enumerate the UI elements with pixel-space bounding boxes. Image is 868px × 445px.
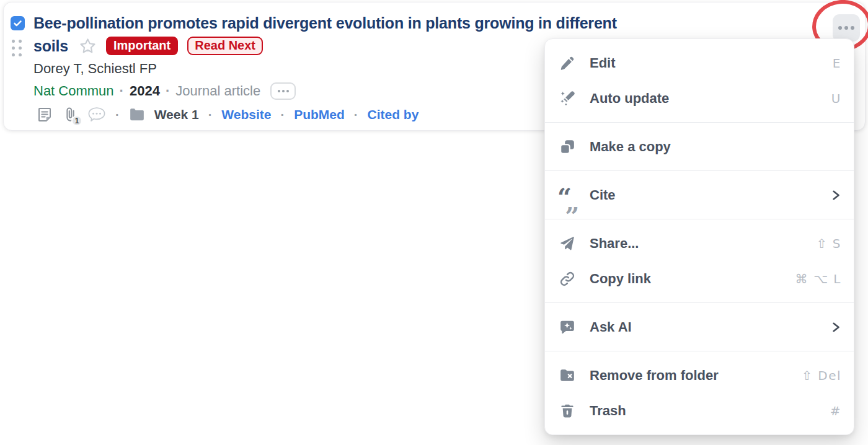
label-important[interactable]: Important [106,37,178,55]
menu-item-ask-ai[interactable]: Ask AI [545,309,854,345]
comment-icon[interactable] [87,107,106,123]
magic-wand-icon [557,90,577,107]
menu-shortcut: E [833,56,841,71]
separator: · [280,108,285,122]
chevron-right-icon [830,322,841,333]
menu-item-label: Cite [590,187,616,203]
paper-title-continued[interactable]: soils [33,37,68,55]
authors: Dorey T, Schiestl FP [33,61,157,77]
menu-group: Share... ⇧ S Copy link ⌘ ⌥ L [545,219,854,302]
website-link[interactable]: Website [221,107,271,122]
menu-item-auto-update[interactable]: Auto update U [545,81,854,116]
menu-item-label: Copy link [590,271,651,287]
separator: · [354,108,358,122]
folder-link[interactable]: Week 1 [154,107,199,122]
drag-handle-icon[interactable] [12,40,22,56]
quote-icon: “„ [557,186,577,205]
menu-item-edit[interactable]: Edit E [545,45,854,81]
trash-icon [557,403,577,419]
menu-item-label: Share... [590,236,639,252]
journal-name[interactable]: Nat Commun [33,83,114,99]
title-second-line: soils Important Read Next [33,35,263,56]
separator: · [208,108,213,122]
menu-item-label: Ask AI [590,319,632,335]
menu-item-remove-from-folder[interactable]: Remove from folder ⇧ Del [545,358,854,393]
menu-shortcut: # [830,403,841,418]
menu-shortcut: ⇧ S [817,236,841,251]
separator: · [115,108,120,122]
star-icon[interactable] [79,37,97,55]
pencil-icon [557,55,577,71]
menu-group: “„ Cite [545,171,854,219]
label-read-next[interactable]: Read Next [187,37,263,55]
menu-item-trash[interactable]: Trash # [545,393,854,428]
menu-shortcut: ⌘ ⌥ L [795,271,841,286]
menu-group: Edit E Auto update U [545,39,854,122]
menu-item-label: Remove from folder [590,368,719,384]
publication-more-button[interactable] [270,82,296,100]
menu-shortcut: ⇧ Del [802,368,841,383]
pubmed-link[interactable]: PubMed [294,107,345,122]
item-checkbox[interactable] [11,16,25,30]
publication-year: 2024 [130,83,160,99]
chevron-right-icon [830,190,841,201]
context-menu: Edit E Auto update U Make a copy “„ Cite [544,38,854,435]
notes-icon[interactable] [36,106,53,123]
menu-group: Ask AI [545,303,854,351]
menu-item-label: Auto update [590,90,669,107]
menu-item-cite[interactable]: “„ Cite [545,177,854,213]
checkmark-icon [12,18,23,29]
folder-icon [129,108,145,121]
attachment-icon[interactable]: 1 [63,106,78,123]
menu-group: Remove from folder ⇧ Del Trash # [545,351,854,434]
folder-remove-icon [557,368,577,384]
paper-plane-icon [557,236,577,252]
link-icon [557,271,577,287]
menu-item-label: Trash [590,403,626,419]
menu-item-share[interactable]: Share... ⇧ S [545,226,854,261]
menu-shortcut: U [831,91,841,106]
copy-icon [557,139,577,155]
menu-group: Make a copy [545,123,854,170]
cited-by-link[interactable]: Cited by [368,107,419,122]
attachment-count-badge: 1 [71,115,82,126]
meta-row: 1 · Week 1 · Website · PubMed · Cited by [36,104,418,126]
item-more-button[interactable] [833,14,860,42]
menu-item-make-a-copy[interactable]: Make a copy [545,129,854,164]
menu-item-label: Edit [590,55,616,71]
ai-sparkle-bubble-icon [557,319,577,335]
publication-row: Nat Commun · 2024 · Journal article [33,82,296,100]
menu-item-copy-link[interactable]: Copy link ⌘ ⌥ L [545,261,854,296]
separator: · [120,83,124,99]
separator: · [166,83,170,99]
publication-type: Journal article [175,83,260,99]
menu-item-label: Make a copy [590,139,671,155]
paper-title[interactable]: Bee-pollination promotes rapid divergent… [33,14,617,32]
